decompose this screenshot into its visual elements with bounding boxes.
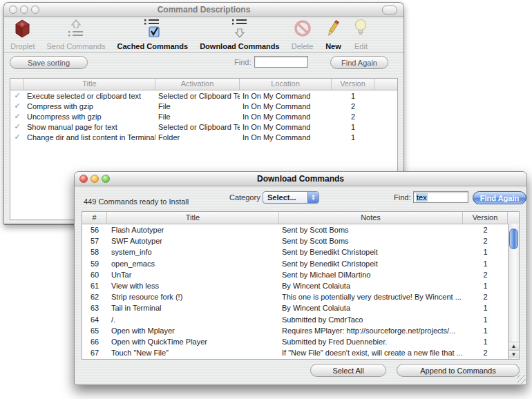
cell-number: 61 xyxy=(82,282,107,290)
find-again-button[interactable]: Find Again xyxy=(330,56,388,69)
cell-notes: This one is potentially very destructive… xyxy=(279,293,463,301)
cell-title: SWF Autotyper xyxy=(107,237,279,245)
toolbar-toggle-button[interactable] xyxy=(382,6,397,14)
column-header-number[interactable]: # xyxy=(82,212,107,224)
table-row[interactable]: 57 SWF Autotyper Sent by Scott Boms 2 xyxy=(82,235,508,246)
table-row[interactable]: 66 Open with QuickTime Player Submitted … xyxy=(82,336,508,347)
find-input[interactable]: tex xyxy=(413,191,468,203)
save-sorting-button[interactable]: Save sorting xyxy=(10,56,88,69)
table-row[interactable]: 64 /. Submitted by CmdrTaco 1 xyxy=(82,314,508,325)
download-table: # Title Notes Version 56 Flash Autotyper… xyxy=(82,211,520,360)
column-header-location[interactable]: Location xyxy=(240,79,332,90)
titlebar[interactable]: Command Descriptions xyxy=(4,3,403,17)
close-button[interactable] xyxy=(9,6,17,14)
table-row[interactable]: ✓ Execute selected or clipboard text Sel… xyxy=(10,90,397,101)
column-header-version[interactable]: Version xyxy=(463,212,508,224)
table-body: ✓ Execute selected or clipboard text Sel… xyxy=(10,90,397,142)
cell-version: 1 xyxy=(463,282,508,290)
table-row[interactable]: 59 open_emacs Sent by Benedikt Christope… xyxy=(82,258,508,269)
column-header-notes[interactable]: Notes xyxy=(279,212,463,224)
table-row[interactable]: 67 Touch "New File" If "New File" doesn'… xyxy=(82,347,508,358)
table-row[interactable]: ✓ Show manual page for text Selected or … xyxy=(10,121,397,132)
scrollbar-arrows: ▲ ▼ xyxy=(509,342,519,358)
cell-activation: File xyxy=(155,113,240,121)
toolbar-item-download-commands[interactable]: Download Commands xyxy=(200,18,280,50)
row-checkbox[interactable]: ✓ xyxy=(10,91,24,100)
toolbar-item-cached-commands[interactable]: Cached Commands xyxy=(117,18,188,50)
popup-stepper-icon: ▲▼ xyxy=(307,192,319,203)
toolbar-item-label: Cached Commands xyxy=(117,42,188,50)
cell-title: Show manual page for text xyxy=(24,123,155,131)
table-row[interactable]: 63 Tail in Terminal By Wincent Colaiuta … xyxy=(82,302,508,313)
cell-title: Strip resource fork (!) xyxy=(107,293,279,301)
cell-version: 1 xyxy=(332,123,374,131)
category-popup[interactable]: Select... ▲▼ xyxy=(263,191,319,204)
table-row[interactable]: 60 UnTar Sent by Michael DiMartino 2 xyxy=(82,269,508,280)
column-header-title[interactable]: Title xyxy=(107,212,279,224)
table-row[interactable]: ✓ Compress with gzip File In On My Comma… xyxy=(10,101,397,111)
zoom-button[interactable] xyxy=(31,6,39,14)
toolbar: Droplet Send Commands xyxy=(4,17,403,53)
cell-title: Uncompress with gzip xyxy=(24,113,155,121)
cell-number: 56 xyxy=(82,226,107,234)
scroll-up-arrow[interactable]: ▲ xyxy=(509,342,519,350)
toolbar-item-label: Delete xyxy=(292,42,314,50)
resize-grip[interactable] xyxy=(517,375,526,384)
column-header-checkbox[interactable] xyxy=(10,79,24,90)
table-header: # Title Notes Version xyxy=(82,212,519,224)
cell-notes: Requires MPlayer: http://sourceforge.net… xyxy=(279,327,463,335)
cell-number: 64 xyxy=(82,315,107,324)
footer-bar: Select All Append to Commands xyxy=(75,360,526,385)
cell-number: 63 xyxy=(82,304,107,312)
zoom-button[interactable] xyxy=(102,175,110,183)
cell-number: 66 xyxy=(82,338,107,346)
cell-version: 1 xyxy=(463,327,508,335)
titlebar[interactable]: Download Commands xyxy=(75,172,526,186)
cell-version: 1 xyxy=(332,92,374,100)
find-label: Find: xyxy=(394,193,410,202)
table-row[interactable]: 65 Open with Mplayer Requires MPlayer: h… xyxy=(82,325,508,336)
cell-notes: If "New File" doesn't exist, will create… xyxy=(279,349,463,357)
category-popup-value: Select... xyxy=(263,192,307,203)
toolbar-item-send-commands: Send Commands xyxy=(46,18,105,50)
toolbar-item-new[interactable]: New xyxy=(325,18,341,50)
cell-title: Flash Autotyper xyxy=(107,226,279,234)
toolbar-item-delete: Delete xyxy=(292,18,314,50)
cell-number: 60 xyxy=(82,271,107,279)
vertical-scrollbar[interactable]: ▲ ▼ xyxy=(508,224,519,359)
cell-title: View with less xyxy=(107,282,279,290)
select-all-button[interactable]: Select All xyxy=(310,364,386,377)
column-header-title[interactable]: Title xyxy=(24,79,155,90)
cell-version: 2 xyxy=(463,271,508,279)
row-checkbox[interactable]: ✓ xyxy=(10,122,24,131)
scroll-down-arrow[interactable]: ▼ xyxy=(509,350,519,358)
status-text: 449 Commands ready to Install xyxy=(84,197,189,206)
table-row[interactable]: ✓ Change dir and list content in Termina… xyxy=(10,132,397,142)
find-input[interactable] xyxy=(254,56,308,68)
append-to-commands-button[interactable]: Append to Commands xyxy=(397,364,520,377)
cell-location: In On My Command xyxy=(240,133,332,142)
column-header-version[interactable]: Version xyxy=(332,79,374,90)
delete-prohibition-icon xyxy=(293,18,312,41)
toolbar-item-label: Download Commands xyxy=(200,42,280,50)
toolbar-item-label: New xyxy=(325,42,341,50)
row-checkbox[interactable]: ✓ xyxy=(10,133,24,142)
cell-title: Execute selected or clipboard text xyxy=(24,92,155,100)
scrollbar-thumb[interactable] xyxy=(509,228,518,249)
minimize-button[interactable] xyxy=(20,6,28,14)
toolbar-item-label: Send Commands xyxy=(46,42,105,50)
cell-version: 1 xyxy=(463,315,508,324)
table-row[interactable]: 58 system_info Sent by Benedikt Christop… xyxy=(82,246,508,257)
download-commands-icon xyxy=(231,18,249,41)
table-row[interactable]: 61 View with less By Wincent Colaiuta 1 xyxy=(82,280,508,291)
cell-notes: Sent by Benedikt Christopeit xyxy=(279,260,463,268)
row-checkbox[interactable]: ✓ xyxy=(10,112,24,121)
close-button[interactable] xyxy=(79,175,88,183)
row-checkbox[interactable]: ✓ xyxy=(10,101,24,110)
table-row[interactable]: ✓ Uncompress with gzip File In On My Com… xyxy=(10,111,397,121)
table-row[interactable]: 62 Strip resource fork (!) This one is p… xyxy=(82,291,508,302)
minimize-button[interactable] xyxy=(91,175,99,183)
column-header-activation[interactable]: Activation xyxy=(155,79,240,90)
find-again-button[interactable]: Find Again xyxy=(473,191,526,204)
table-row[interactable]: 56 Flash Autotyper Sent by Scott Boms 2 xyxy=(82,224,508,235)
